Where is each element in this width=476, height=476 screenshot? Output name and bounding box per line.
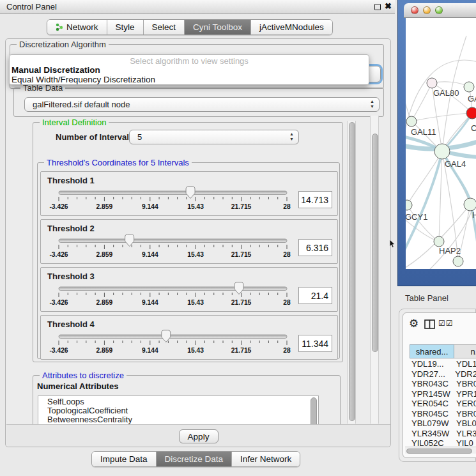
number-of-intervals-combobox[interactable]: 5 ▲▼ xyxy=(129,130,299,144)
cell-name[interactable]: YBR0 xyxy=(448,409,476,419)
tab-label: Impute Data xyxy=(100,454,148,464)
cell-name[interactable]: YBR0 xyxy=(448,379,476,389)
algorithm-option-equal-width-frequency-discretization[interactable]: Equal Width/Frequency Discretization xyxy=(10,75,369,84)
cell-shared-name[interactable]: YLR345W xyxy=(403,429,448,439)
table-panel: ⚙ ☑☑ shared...n... YDL19...YDL1YDR27...Y… xyxy=(403,312,476,458)
minimize-button[interactable] xyxy=(423,6,431,14)
tab-style[interactable]: Style xyxy=(107,20,144,35)
svg-text:21.715: 21.715 xyxy=(231,299,252,306)
threshold-value-field[interactable] xyxy=(298,239,332,256)
table-row[interactable]: YBR043CYBR0 xyxy=(403,379,476,389)
column-split-icon[interactable] xyxy=(424,319,435,332)
numerical-attributes-label: Numerical Attributes xyxy=(37,381,118,391)
cell-shared-name[interactable]: YPR145W xyxy=(403,389,448,399)
table-header: shared...n... xyxy=(410,344,476,358)
algorithm-option-manual-discretization[interactable]: Manual Discretization xyxy=(10,65,369,75)
table-row[interactable]: YER054CYER0 xyxy=(403,399,476,409)
threshold-value-field[interactable] xyxy=(298,191,332,208)
threshold-label: Threshold 4 xyxy=(47,319,95,329)
panel-scrollbar[interactable] xyxy=(370,116,379,424)
cell-shared-name[interactable]: YBR043C xyxy=(403,379,448,389)
threshold-value-field[interactable] xyxy=(298,287,332,304)
tab-infer-network[interactable]: Infer Network xyxy=(232,452,300,466)
threshold-slider[interactable]: -3.4262.8599.14415.4321.71528 xyxy=(41,330,339,358)
table-data-value: galFiltered.sif default node xyxy=(33,100,130,109)
cell-name[interactable]: YDR2 xyxy=(447,369,476,380)
numerical-attributes-list[interactable]: SelfLoopsTopologicalCoefficientBetweenne… xyxy=(38,395,319,424)
threshold-slider[interactable]: -3.4262.8599.14415.4321.71528 xyxy=(41,234,339,262)
tab-label: Select xyxy=(152,22,176,32)
svg-text:-3.426: -3.426 xyxy=(49,251,68,258)
attribute-item-betweennesscentrality[interactable]: BetweennessCentrality xyxy=(38,414,318,423)
cell-shared-name[interactable]: YDR27... xyxy=(403,369,447,380)
threshold-label: Threshold 2 xyxy=(47,224,95,233)
checked-boxes-icon[interactable]: ☑☑ xyxy=(438,319,454,328)
network-canvas[interactable]: GAL80GACGAL11GAL4GCY1HHAP2 xyxy=(406,18,476,269)
svg-text:28: 28 xyxy=(283,251,291,258)
mouse-cursor xyxy=(390,239,395,250)
close-button[interactable] xyxy=(411,6,418,14)
table-data-group: Table Data galFiltered.sif default node … xyxy=(13,88,384,117)
list-scrollbar[interactable] xyxy=(311,397,317,424)
group-title: Interval Definition xyxy=(40,119,109,127)
zoom-button[interactable] xyxy=(435,6,443,14)
float-window-icon[interactable] xyxy=(374,4,381,10)
thresholds-group: Threshold's Coordinates for 5 Intervals … xyxy=(37,162,340,359)
tab-discretize-data[interactable]: Discretize Data xyxy=(157,452,233,466)
network-window-titlebar[interactable] xyxy=(404,3,476,18)
table-row[interactable]: YPR145WYPR1 xyxy=(403,389,476,399)
threshold-slider[interactable]: -3.4262.8599.14415.4321.71528 xyxy=(41,186,339,214)
attribute-item-selfloops[interactable]: SelfLoops xyxy=(38,396,318,405)
tab-cyni-toolbox[interactable]: Cyni Toolbox xyxy=(185,20,251,35)
cell-name[interactable]: YBL0 xyxy=(448,418,476,429)
svg-text:GAL80: GAL80 xyxy=(433,88,459,98)
svg-text:-3.426: -3.426 xyxy=(49,203,68,210)
svg-text:-3.426: -3.426 xyxy=(49,347,68,354)
table-data-combobox[interactable]: galFiltered.sif default node ▲▼ xyxy=(24,97,380,112)
table-row[interactable]: YDR27...YDR2 xyxy=(403,369,476,380)
apply-bar: Apply xyxy=(6,424,390,447)
svg-text:HAP2: HAP2 xyxy=(439,246,461,256)
cell-name[interactable]: YER0 xyxy=(448,399,476,409)
scrollbar-thumb[interactable] xyxy=(406,449,472,454)
horizontal-scrollbar[interactable] xyxy=(405,447,476,454)
svg-text:9.144: 9.144 xyxy=(142,299,158,306)
svg-text:15.43: 15.43 xyxy=(187,251,204,258)
table-row[interactable]: YLR345WYLR3 xyxy=(403,429,476,439)
threshold-box-4: Threshold 4-3.4262.8599.14415.4321.71528 xyxy=(40,315,338,360)
svg-text:21.715: 21.715 xyxy=(231,347,252,354)
attributes-group: Attributes to discretize Numerical Attri… xyxy=(33,375,341,424)
cell-shared-name[interactable]: YER054C xyxy=(403,399,448,409)
cyni-toolbox-content: Discretization Algorithm Table Data galF… xyxy=(5,38,391,447)
tab-select[interactable]: Select xyxy=(144,20,185,35)
threshold-slider[interactable]: -3.4262.8599.14415.4321.71528 xyxy=(41,282,339,310)
tab-network[interactable]: Network xyxy=(47,20,107,35)
attribute-item-topologicalcoefficient[interactable]: TopologicalCoefficient xyxy=(38,405,318,414)
cell-shared-name[interactable]: YBR045C xyxy=(403,409,448,419)
tab-jactivemnodules[interactable]: jActiveMNodules xyxy=(251,20,332,35)
threshold-box-3: Threshold 3-3.4262.8599.14415.4321.71528 xyxy=(40,267,338,312)
cell-name[interactable]: YDL1 xyxy=(448,359,476,369)
settings-scrollbar[interactable] xyxy=(347,121,356,424)
tab-impute-data[interactable]: Impute Data xyxy=(92,452,157,466)
svg-text:2.859: 2.859 xyxy=(96,347,113,354)
control-panel: Control Panel ✖ NetworkStyleSelectCyni T… xyxy=(0,0,395,476)
scrollbar-thumb[interactable] xyxy=(349,122,355,421)
scrollbar-thumb[interactable] xyxy=(372,134,378,352)
gear-icon[interactable]: ⚙ xyxy=(409,317,418,330)
apply-button[interactable]: Apply xyxy=(179,429,219,443)
cell-name[interactable]: YPR1 xyxy=(448,389,476,399)
table-row[interactable]: YBR045CYBR0 xyxy=(403,409,476,419)
close-icon[interactable]: ✖ xyxy=(385,1,392,11)
table-row[interactable]: YDL19...YDL1 xyxy=(403,359,476,369)
table-row[interactable]: YBL079WYBL0 xyxy=(403,418,476,429)
cell-name[interactable]: YLR3 xyxy=(448,429,476,439)
column-header-n[interactable]: n... xyxy=(454,344,476,358)
cell-shared-name[interactable]: YDL19... xyxy=(403,359,448,369)
number-of-intervals-label: Number of Intervals xyxy=(56,132,134,142)
threshold-value-field[interactable] xyxy=(298,335,332,352)
cell-shared-name[interactable]: YBL079W xyxy=(403,418,448,429)
column-header-shared[interactable]: shared... xyxy=(410,344,454,358)
table-panel-frame: ⚙ ☑☑ shared...n... YDL19...YDL1YDR27...Y… xyxy=(399,309,476,462)
algorithm-dropdown-popup: Select algorithm to view settingsManual … xyxy=(9,54,369,85)
